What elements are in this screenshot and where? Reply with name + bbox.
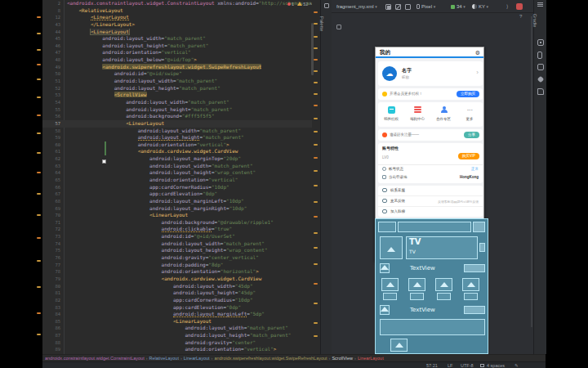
code-line-86[interactable]: 86android:layout_width="match_parent" (42, 325, 320, 332)
blueprint-grid-label-4[interactable] (464, 293, 478, 300)
blueprint-gear-box[interactable] (473, 222, 485, 232)
code-line-52[interactable]: 52android:layout_height="match_parent" (42, 85, 320, 92)
blueprint-invite-button[interactable] (464, 306, 485, 314)
xml-code-editor[interactable]: 2<androidx.constraintlayout.widget.Const… (42, 0, 320, 354)
blueprint-chevron-box[interactable] (479, 243, 485, 252)
code-line-65[interactable]: 65android:orientation="vertical" (42, 177, 320, 184)
code-line-50[interactable]: 50android:id="@+id/swipe" (42, 70, 320, 78)
blueprint-member-imageview[interactable] (380, 263, 390, 273)
blueprint-features-box[interactable] (380, 319, 485, 335)
line-number[interactable]: 82 (42, 297, 60, 304)
code-line-66[interactable]: 66app:cardCornerRadius="10dp" (42, 184, 320, 191)
line-number[interactable]: 45 (42, 35, 60, 43)
line-number[interactable]: 51 (42, 78, 60, 85)
line-number[interactable]: 86 (42, 325, 60, 332)
code-line-75[interactable]: 75android:layout_height="wrap_content" (42, 247, 320, 254)
line-number[interactable]: 50 (42, 70, 60, 78)
code-line-84[interactable]: 84android:layout_marginLeft="5dp" (42, 311, 320, 318)
file-selector[interactable]: fragment_my.xml ▾ (336, 0, 377, 13)
blueprint-avatar-imageview[interactable] (380, 236, 403, 259)
gradle-tab-label[interactable]: Gradle (532, 14, 537, 28)
code-line-87[interactable]: 87android:layout_height="match_parent" (42, 332, 320, 339)
breadcrumb-item[interactable]: LinearLayout (184, 356, 210, 361)
inspection-widget[interactable]: 152 ˄ (287, 1, 312, 7)
line-number[interactable]: 53 (42, 92, 60, 99)
gradle-icon[interactable] (537, 39, 544, 46)
view-mode-icon[interactable] (385, 4, 391, 10)
line-number[interactable]: 46 (42, 43, 60, 50)
account-features-card[interactable]: 账号特性 LV0 购买VIP 帐号状态 正常 当前登录地 HongKong (378, 143, 483, 183)
code-line-68[interactable]: 68android:layout_marginLeft="10dp" (42, 198, 320, 205)
blueprint-grid-imageview-2[interactable] (408, 278, 425, 291)
line-number[interactable]: 60 (42, 141, 60, 149)
breadcrumb-item[interactable]: ScrollView (332, 356, 353, 361)
left-error-stripe[interactable] (36, 0, 42, 354)
code-line-48[interactable]: 48android:layout_below="@+id/Top"> (42, 56, 320, 64)
support-card[interactable]: 联系客服 意见反馈 反馈客服或qq群均可进行反馈 加入群聊 (378, 186, 483, 217)
code-line-47[interactable]: 47android:orientation="vertical" (42, 49, 320, 56)
code-line-72[interactable]: 72android:clickable="true" (42, 226, 320, 233)
code-line-12[interactable]: 12<LinearLayout (42, 14, 320, 21)
line-number[interactable]: 67 (42, 191, 60, 198)
code-line-54[interactable]: 54android:layout_width="match_parent" (42, 99, 320, 106)
profile-card[interactable]: ☁ 名字 昵称 › (378, 61, 483, 86)
line-number[interactable]: 66 (42, 184, 60, 191)
code-line-78[interactable]: 78android:orientation="horizontal"> (42, 268, 320, 276)
code-line-74[interactable]: 74android:layout_width="match_parent" (42, 240, 320, 248)
buy-vip-button[interactable]: 购买VIP (458, 153, 479, 159)
line-number[interactable]: 59 (42, 134, 60, 141)
line-number[interactable]: 49 (42, 64, 60, 71)
code-line-88[interactable]: 88android:gravity="center" (42, 339, 320, 347)
code-line-76[interactable]: 76android:gravity="center_vertical" (42, 254, 320, 262)
blueprint-title-box[interactable] (378, 222, 396, 232)
code-line-89[interactable]: 89android:orientation="vertical"> (42, 346, 320, 353)
code-line-8[interactable]: 8<RelativeLayout (42, 7, 320, 15)
code-line-63[interactable]: 63android:layout_width="match_parent" (42, 163, 320, 170)
line-number[interactable]: 88 (42, 339, 60, 347)
settings-gear-icon[interactable]: ⚙ (475, 49, 480, 56)
join-group-row[interactable]: 加入群聊 (378, 207, 483, 217)
breadcrumb-item[interactable]: LinearLayout (358, 356, 384, 361)
toolbar-overflow-chevron[interactable]: ⟩ (506, 0, 508, 13)
code-line-59[interactable]: 59android:layout_height="match_parent" (42, 134, 320, 141)
line-number[interactable]: 89 (42, 346, 60, 353)
line-number[interactable]: 43 (42, 21, 60, 29)
right-tool-window-strip[interactable]: Gradle (533, 0, 546, 354)
code-line-69[interactable]: 69android:layout_marginRight="10dp" (42, 205, 320, 213)
blueprint-grid-imageview-1[interactable] (381, 278, 399, 291)
theme-selector[interactable]: KY ▾ (472, 0, 488, 13)
palette-label[interactable]: Palette (319, 16, 324, 32)
design-surface-icon[interactable] (336, 25, 341, 29)
share-button[interactable]: 分享 (464, 132, 479, 138)
line-number[interactable]: 78 (42, 268, 60, 276)
line-number[interactable]: 76 (42, 254, 60, 262)
line-number[interactable]: 62 (42, 155, 60, 163)
code-line-82[interactable]: 82app:cardCornerRadius="10dp" (42, 297, 320, 304)
line-number[interactable]: 83 (42, 304, 60, 312)
line-number[interactable]: 57 (42, 120, 60, 128)
line-number[interactable]: 85 (42, 318, 60, 325)
line-number[interactable]: 52 (42, 85, 60, 92)
line-number[interactable]: 87 (42, 332, 60, 339)
code-line-64[interactable]: 64android:layout_height="wrap_content" (42, 169, 320, 177)
code-line-85[interactable]: 85<LinearLayout (42, 318, 320, 325)
code-line-44[interactable]: 44<LinearLayout (42, 29, 320, 36)
line-number[interactable]: 69 (42, 205, 60, 213)
line-number[interactable]: 77 (42, 262, 60, 269)
vcs-change-marker[interactable] (105, 141, 106, 155)
code-line-60[interactable]: 60android:orientation="vertical"> (42, 141, 320, 149)
code-line-73[interactable]: 73android:id="@+id/UserSet" (42, 233, 320, 240)
editor-scrollbar[interactable] (311, 23, 314, 75)
code-line-49[interactable]: 49<androidx.swiperefreshlayout.widget.Sw… (42, 64, 320, 71)
code-line-79[interactable]: 79<androidx.cardview.widget.CardView (42, 276, 320, 283)
blueprint-grid-label-1[interactable] (383, 293, 397, 300)
line-number[interactable]: 58 (42, 128, 60, 135)
line-number[interactable]: 12 (42, 14, 60, 21)
line-number[interactable]: 44 (42, 29, 60, 36)
code-line-67[interactable]: 67app:cardElevation="0dp" (42, 191, 320, 198)
line-number[interactable]: 2 (42, 0, 60, 7)
line-number[interactable]: 70 (42, 212, 60, 219)
invite-banner[interactable]: 邀请好友注册—— 分享 (378, 129, 483, 141)
line-number[interactable]: 72 (42, 226, 60, 233)
line-number[interactable]: 79 (42, 276, 60, 283)
